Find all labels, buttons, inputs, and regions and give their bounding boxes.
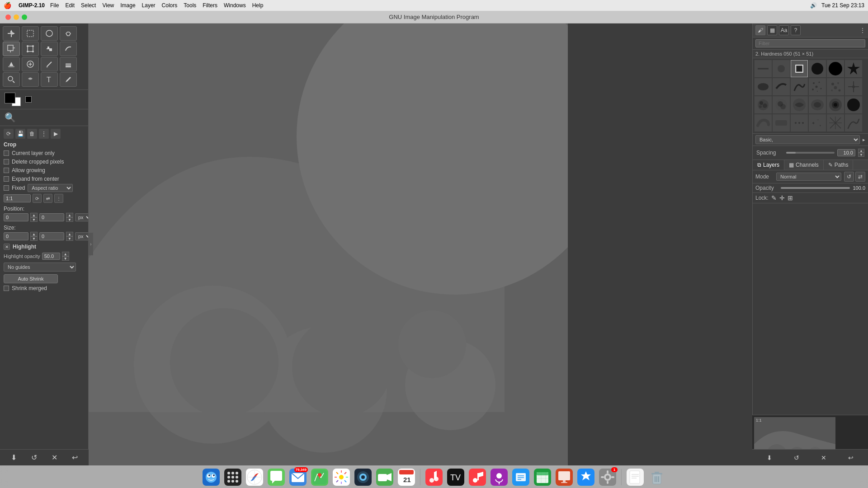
dock-textfile[interactable] <box>625 467 645 487</box>
brush-cell-crosshatch[interactable] <box>827 114 844 131</box>
size-w-up[interactable]: ▲ <box>30 232 38 236</box>
spacing-up[interactable]: ▲ <box>858 149 864 153</box>
dock-configurator[interactable] <box>511 467 531 487</box>
dock-facetime[interactable] <box>375 467 395 487</box>
opacity-up[interactable]: ▲ <box>62 252 69 256</box>
current-layer-checkbox[interactable] <box>4 150 9 156</box>
apple-menu[interactable]: 🍎 <box>4 2 11 9</box>
menu-colors[interactable]: Colors <box>162 2 178 9</box>
dock-appletv[interactable]: TV <box>446 467 466 487</box>
menu-help[interactable]: Help <box>252 2 264 9</box>
dock-maps[interactable] <box>310 467 330 487</box>
brush-filter-input[interactable] <box>755 39 865 47</box>
brush-cell-scatter1[interactable] <box>809 78 826 95</box>
guides-dropdown[interactable]: No guides Center lines Rule of thirds <box>4 263 76 272</box>
size-unit-select[interactable]: px % <box>75 232 89 240</box>
shrink-merged-checkbox[interactable] <box>4 286 9 291</box>
brush-cell-plus[interactable] <box>845 78 862 95</box>
dock-safari[interactable] <box>245 467 264 487</box>
swap-colors[interactable] <box>25 96 32 103</box>
size-h-up[interactable]: ▲ <box>66 232 73 236</box>
tool-options-save[interactable]: 💾 <box>15 129 25 139</box>
menu-windows[interactable]: Windows <box>224 2 246 9</box>
lock-pixels-icon[interactable]: ✎ <box>771 194 777 202</box>
patterns-icon[interactable]: ▦ <box>767 25 777 35</box>
heal-tool[interactable] <box>22 57 39 71</box>
opacity-slider-layers[interactable] <box>781 187 850 189</box>
brushes-icon[interactable]: 🖌 <box>755 25 765 35</box>
warp-tool[interactable] <box>60 42 77 56</box>
spacing-slider[interactable] <box>786 152 835 154</box>
right-panel-expand[interactable]: ⋮ <box>860 27 865 33</box>
menu-image[interactable]: Image <box>120 2 135 9</box>
brush-cell-ink1[interactable] <box>755 78 772 95</box>
brush-cell-stars[interactable]: ✦ ✦ ✦ <box>809 114 826 131</box>
tool-options-delete[interactable]: 🗑 <box>27 129 37 139</box>
size-h-down[interactable]: ▼ <box>66 236 73 241</box>
lock-position-icon[interactable]: ✛ <box>779 194 785 202</box>
eyedropper-tool[interactable] <box>60 72 77 87</box>
dock-launchpad[interactable] <box>223 467 243 487</box>
maximize-button[interactable] <box>22 14 27 20</box>
highlight-toggle[interactable]: ✕ <box>4 244 10 250</box>
brush-cell-hard-050[interactable] <box>791 60 808 77</box>
dock-calendar[interactable]: 21 <box>396 467 416 487</box>
mode-swap-btn[interactable]: ⇄ <box>855 172 865 182</box>
dock-photos[interactable] <box>331 467 351 487</box>
menu-file[interactable]: File <box>50 2 59 9</box>
left-panel-collapse[interactable]: › <box>89 233 93 255</box>
brush-cell-grunge1[interactable] <box>755 96 772 113</box>
position-unit-select[interactable]: px % in <box>75 213 89 221</box>
dock-keynote[interactable] <box>554 467 574 487</box>
brush-cell-ink2[interactable] <box>773 78 790 95</box>
dock-trash[interactable] <box>647 467 667 487</box>
pos-y-up[interactable]: ▲ <box>66 213 73 217</box>
move-tool[interactable] <box>3 26 20 41</box>
crop-tool[interactable] <box>3 42 20 56</box>
menu-edit[interactable]: Edit <box>65 2 75 9</box>
brush-cell-scatter2[interactable] <box>827 78 844 95</box>
tab-channels[interactable]: ▦ Channels <box>784 160 824 170</box>
zoom-tool[interactable]: 🔍 <box>5 112 84 123</box>
brush-cell-grunge5[interactable] <box>827 96 844 113</box>
paint-bucket-tool[interactable] <box>3 57 20 71</box>
lock-alpha-icon[interactable]: ⊞ <box>788 194 793 202</box>
dock-music[interactable] <box>467 467 487 487</box>
dock-numbers[interactable] <box>533 467 552 487</box>
rp-restore-btn[interactable]: ↺ <box>791 452 802 464</box>
transform-tool[interactable] <box>22 42 39 56</box>
aspect-dropdown[interactable]: Aspect ratio Width / Height Size <box>28 184 73 192</box>
brush-cell-dotted1[interactable] <box>791 114 808 131</box>
opacity-down[interactable]: ▼ <box>62 256 69 261</box>
lasso-tool[interactable] <box>41 26 58 41</box>
fuzzy-select-tool[interactable] <box>60 26 77 41</box>
help-icon[interactable]: ? <box>791 25 801 35</box>
aspect-swap-btn[interactable]: ⇄ <box>43 194 52 203</box>
position-x-input[interactable] <box>4 213 28 221</box>
mode-dropdown[interactable]: Normal Multiply Screen Overlay <box>776 173 841 181</box>
dock-appstore[interactable] <box>576 467 596 487</box>
smudge-tool[interactable] <box>22 72 39 87</box>
dock-messages[interactable] <box>266 467 286 487</box>
brush-cell-ink3[interactable] <box>791 78 808 95</box>
brush-cell-hard-small[interactable] <box>773 60 790 77</box>
eraser-tool[interactable] <box>60 57 77 71</box>
aspect-reset-btn[interactable]: ⟳ <box>33 194 42 203</box>
pos-x-down[interactable]: ▼ <box>30 217 38 222</box>
lbt-reset-btn[interactable]: ↩ <box>69 452 81 464</box>
rp-save-btn[interactable]: ⬇ <box>764 452 775 464</box>
minimize-button[interactable] <box>14 14 19 20</box>
preset-dropdown[interactable]: Basic, <box>755 135 860 144</box>
mode-reset-btn[interactable]: ↺ <box>844 172 854 182</box>
menu-layer[interactable]: Layer <box>142 2 156 9</box>
aspect-menu-btn[interactable]: ⋮ <box>54 194 63 203</box>
tool-options-expand[interactable]: ▶ <box>51 129 61 139</box>
rect-select-tool[interactable] <box>22 26 39 41</box>
pos-y-down[interactable]: ▼ <box>66 217 73 222</box>
brush-cell-hard-large[interactable] <box>809 60 826 77</box>
close-button[interactable] <box>5 14 11 20</box>
menu-tools[interactable]: Tools <box>184 2 196 9</box>
fonts-icon[interactable]: Aa <box>779 25 789 35</box>
position-y-input[interactable] <box>39 213 64 221</box>
dock-itunes[interactable] <box>424 467 444 487</box>
